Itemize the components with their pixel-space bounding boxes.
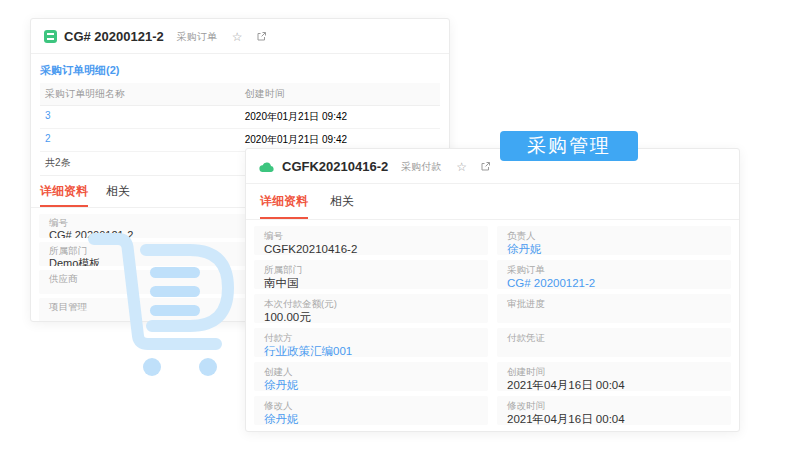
field-label: 采购订单 [507, 264, 721, 275]
purchase-payment-card: CGFK20210416-2 采购付款 ☆ 详细资料 相关 编号 CGFK202… [245, 148, 740, 432]
front-tabs: 详细资料 相关 [246, 184, 739, 220]
favorite-star-icon[interactable]: ☆ [232, 31, 243, 43]
field-value: 2021年04月16日 00:04 [507, 413, 721, 425]
field-value: CGFK20210416-2 [264, 243, 478, 255]
field-modifier: 修改人 徐丹妮 [254, 396, 488, 425]
field-label: 本次付款金额(元) [264, 298, 478, 309]
field-department: 所属部门 南中国 [254, 260, 488, 289]
field-label: 编号 [264, 230, 478, 241]
field-payer: 付款方 行业政策汇编001 [254, 328, 488, 357]
detail-section-title: 采购订单明细(2) [31, 54, 449, 83]
purchase-payment-icon [259, 161, 275, 173]
purchase-payment-header: CGFK20210416-2 采购付款 ☆ [246, 149, 739, 184]
field-label: 修改人 [264, 400, 478, 411]
field-label: 创建人 [264, 366, 478, 377]
field-value-link[interactable]: CG# 20200121-2 [507, 277, 721, 289]
field-label: 负责人 [507, 230, 721, 241]
front-fields: 编号 CGFK20210416-2 所属部门 南中国 本次付款金额(元) 100… [246, 220, 739, 432]
field-value: 100.00元 [264, 311, 478, 323]
field-label: 修改时间 [507, 400, 721, 411]
front-right-column: 负责人 徐丹妮 采购订单 CG# 20200121-2 审批进度 付款凭证 创建… [497, 226, 731, 430]
share-icon[interactable] [480, 161, 491, 172]
purchase-order-icon [44, 30, 57, 43]
created-time-cell: 2020年01月21日 09:42 [245, 110, 435, 124]
table-row: 3 2020年01月21日 09:42 [40, 106, 440, 129]
field-label: 创建时间 [507, 366, 721, 377]
created-time-cell: 2020年01月21日 09:42 [245, 133, 435, 147]
field-owner: 负责人 徐丹妮 [497, 226, 731, 255]
module-badge: 采购管理 [500, 131, 638, 161]
field-label: 付款凭证 [507, 332, 721, 343]
field-created-time: 创建时间 2021年04月16日 00:04 [497, 362, 731, 391]
field-creator: 创建人 徐丹妮 [254, 362, 488, 391]
field-label: 审批进度 [507, 298, 721, 309]
shopping-cart-watermark-icon [80, 222, 240, 401]
field-payment-voucher: 付款凭证 [497, 328, 731, 357]
field-value-link[interactable]: 徐丹妮 [264, 379, 478, 391]
tab-detail-info[interactable]: 详细资料 [40, 183, 88, 207]
favorite-star-icon[interactable]: ☆ [456, 161, 467, 173]
tab-detail-info[interactable]: 详细资料 [260, 193, 308, 219]
field-value-link[interactable]: 徐丹妮 [507, 243, 721, 255]
field-payment-amount: 本次付款金额(元) 100.00元 [254, 294, 488, 323]
column-header-name: 采购订单明细名称 [45, 87, 245, 101]
field-number: 编号 CGFK20210416-2 [254, 226, 488, 255]
record-type-label: 采购订单 [177, 30, 217, 44]
field-label: 付款方 [264, 332, 478, 343]
purchase-order-title: CG# 20200121-2 [64, 29, 164, 44]
column-header-created: 创建时间 [245, 87, 435, 101]
field-value-link[interactable]: 行业政策汇编001 [264, 345, 478, 357]
detail-link[interactable]: 2 [45, 133, 245, 147]
page: CG# 20200121-2 采购订单 ☆ 采购订单明细(2) 采购订单明细名称… [0, 0, 792, 459]
field-label: 所属部门 [264, 264, 478, 275]
field-value: 2021年04月16日 00:04 [507, 379, 721, 391]
purchase-order-header: CG# 20200121-2 采购订单 ☆ [31, 19, 449, 54]
record-type-label: 采购付款 [401, 160, 441, 174]
field-approval-progress: 审批进度 [497, 294, 731, 323]
field-modified-time: 修改时间 2021年04月16日 00:04 [497, 396, 731, 425]
tab-related[interactable]: 相关 [106, 183, 130, 207]
share-icon[interactable] [256, 31, 267, 42]
purchase-payment-title: CGFK20210416-2 [282, 159, 388, 174]
field-value: 南中国 [264, 277, 478, 289]
table-header-row: 采购订单明细名称 创建时间 [40, 83, 440, 106]
field-purchase-order-ref: 采购订单 CG# 20200121-2 [497, 260, 731, 289]
field-value-link[interactable]: 徐丹妮 [264, 413, 478, 425]
front-left-column: 编号 CGFK20210416-2 所属部门 南中国 本次付款金额(元) 100… [254, 226, 488, 430]
tab-related[interactable]: 相关 [330, 193, 354, 219]
detail-link[interactable]: 3 [45, 110, 245, 124]
